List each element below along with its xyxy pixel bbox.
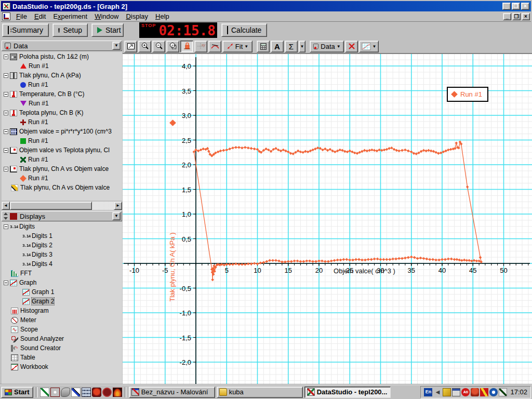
display-item-digits-3[interactable]: 3.14Digits 3: [2, 250, 122, 259]
start-menu-button[interactable]: Start: [1, 387, 33, 398]
dragon-icon[interactable]: [92, 388, 101, 397]
run-item[interactable]: Run #1: [2, 174, 122, 183]
display-item-sound-creator[interactable]: Sound Creator: [2, 343, 122, 353]
data-tree-item[interactable]: Temperature, Ch B (°C): [2, 89, 122, 99]
display-item-meter[interactable]: Meter: [2, 315, 122, 325]
smart-tool-button[interactable]: [180, 41, 193, 52]
collapse-icon[interactable]: [4, 281, 8, 285]
collapse-icon[interactable]: [4, 167, 8, 171]
legend-box[interactable]: Run #1: [447, 87, 488, 102]
data-tree-item[interactable]: Tlak plynu, Ch A vs Objem valce: [2, 164, 122, 174]
calculate-button[interactable]: Calculate: [221, 23, 267, 37]
collapse-icon[interactable]: [4, 129, 8, 134]
run-item[interactable]: Run #1: [2, 99, 122, 108]
data-tree-item[interactable]: Poloha pistu, Ch 1&2 (m): [2, 52, 122, 61]
display-item-histogram[interactable]: Histogram: [2, 306, 122, 315]
zoom-in-button[interactable]: [138, 41, 151, 52]
child-minimize-button[interactable]: _: [503, 13, 511, 20]
collapse-icon[interactable]: [4, 92, 8, 97]
menu-display[interactable]: Display: [122, 11, 152, 21]
menu-file[interactable]: File: [12, 11, 31, 21]
collapse-icon[interactable]: [4, 148, 8, 153]
collapse-icon[interactable]: [4, 73, 8, 78]
display-item-table[interactable]: Table: [2, 353, 122, 362]
zoom-select-button[interactable]: [166, 41, 179, 52]
scroll-thumb[interactable]: [10, 202, 92, 210]
graph-settings-button[interactable]: ▼: [359, 41, 379, 52]
menu-window[interactable]: Window: [91, 11, 122, 21]
menu-edit[interactable]: Edit: [31, 11, 49, 21]
run-item[interactable]: Run #1: [2, 61, 122, 71]
setup-button[interactable]: Setup: [52, 23, 88, 37]
run-item[interactable]: Run #1: [2, 155, 122, 164]
flame-icon[interactable]: [113, 388, 122, 397]
display-item-sound-analyzer[interactable]: Sound Analyzer: [2, 334, 122, 343]
plot-area[interactable]: -10-551015202530354045504,03,53,02,52,01…: [123, 54, 532, 385]
datastudio-app-icon[interactable]: [3, 3, 10, 10]
pen-icon[interactable]: [71, 388, 81, 397]
y-axis-title[interactable]: Tlak plynu, Ch A( kPa ): [167, 132, 177, 267]
taskbar-task-folder[interactable]: kuba: [217, 387, 303, 398]
run-item[interactable]: Run #1: [2, 117, 122, 127]
display-item-graph[interactable]: Graph: [2, 278, 122, 287]
bird-icon[interactable]: [61, 388, 70, 397]
opera-icon[interactable]: [102, 388, 112, 397]
displays-dropdown-arrow[interactable]: ▼: [112, 212, 121, 220]
data-dropdown-arrow[interactable]: ▼: [112, 42, 121, 50]
display-item-graph-2[interactable]: Graph 2: [2, 297, 122, 306]
display-item-graph-1[interactable]: Graph 1: [2, 287, 122, 297]
slope-tool-button[interactable]: [208, 41, 221, 52]
x-axis-title[interactable]: Objem valce( cm^3 ): [314, 267, 415, 275]
volume-icon[interactable]: ◄: [433, 388, 442, 396]
display-item-digits-2[interactable]: 3.14Digits 2: [2, 241, 122, 250]
data-tree-item[interactable]: Tlak plynu, Ch A vs Objem valce: [2, 183, 122, 192]
zoom-out-button[interactable]: [152, 41, 165, 52]
data-tree-item[interactable]: Objem valce vs Teplota plynu, Cl: [2, 145, 122, 155]
run-item[interactable]: Run #1: [2, 136, 122, 145]
menu-help[interactable]: Help: [152, 11, 173, 21]
menu-experiment[interactable]: Experiment: [49, 11, 91, 21]
calculator-icon[interactable]: [82, 388, 91, 397]
language-indicator[interactable]: En: [424, 388, 432, 396]
data-panel-header[interactable]: Data ▼: [2, 41, 122, 51]
notes-icon[interactable]: [40, 388, 49, 397]
display-item-digits[interactable]: 3.14Digits: [2, 222, 122, 231]
ati-icon[interactable]: Ati: [461, 388, 470, 396]
pen-tray-icon[interactable]: [499, 388, 507, 396]
start-button[interactable]: Start: [91, 23, 124, 37]
scheduler-icon[interactable]: [443, 388, 451, 396]
fit-dropdown-button[interactable]: Fit ▼: [222, 41, 252, 52]
scale-to-fit-button[interactable]: [124, 41, 137, 52]
power-icon[interactable]: [480, 388, 488, 396]
display-item-fft[interactable]: FFT: [2, 269, 122, 278]
collapse-icon[interactable]: [4, 111, 8, 115]
taskbar-task-paint[interactable]: Bez_názvu - Malování: [129, 387, 215, 398]
data-tree-item[interactable]: Objem valce = pi*r*r*y*100 (cm^3: [2, 127, 122, 136]
splitter-handle[interactable]: [3, 212, 8, 220]
data-tree-item[interactable]: Tlak plynu, Ch A (kPa): [2, 71, 122, 80]
minimize-button[interactable]: _: [502, 3, 511, 10]
collapse-icon[interactable]: [4, 55, 8, 59]
delete-button[interactable]: [345, 41, 358, 52]
data-dropdown-button[interactable]: Data ▼: [310, 41, 344, 52]
sync-icon[interactable]: [489, 388, 498, 396]
close-button[interactable]: ×: [521, 3, 529, 10]
collapse-icon[interactable]: [4, 224, 8, 229]
acrobat-icon[interactable]: [50, 388, 60, 397]
xy-tool-button[interactable]: xy: [194, 41, 207, 52]
summary-button[interactable]: Summary: [2, 23, 49, 37]
text-tool-button[interactable]: A: [271, 41, 284, 52]
displays-panel-header[interactable]: Displays ▼: [2, 211, 122, 221]
data-tree-hscrollbar[interactable]: ◄ ►: [2, 202, 122, 210]
statistics-button[interactable]: Σ: [285, 41, 298, 52]
disk-icon[interactable]: [452, 388, 460, 396]
display-item-digits-4[interactable]: 3.14Digits 4: [2, 259, 122, 269]
display-item-workbook[interactable]: Workbook: [2, 362, 122, 371]
agent-icon[interactable]: [471, 388, 479, 396]
run-item[interactable]: Run #1: [2, 80, 122, 89]
graph-calculate-button[interactable]: [257, 41, 270, 52]
display-item-scope[interactable]: ∿Scope: [2, 325, 122, 334]
display-item-digits-1[interactable]: 3.14Digits 1: [2, 231, 122, 241]
taskbar-task-ds[interactable]: DataStudio - tepl200...: [304, 387, 391, 398]
child-close-button[interactable]: ×: [522, 13, 530, 20]
